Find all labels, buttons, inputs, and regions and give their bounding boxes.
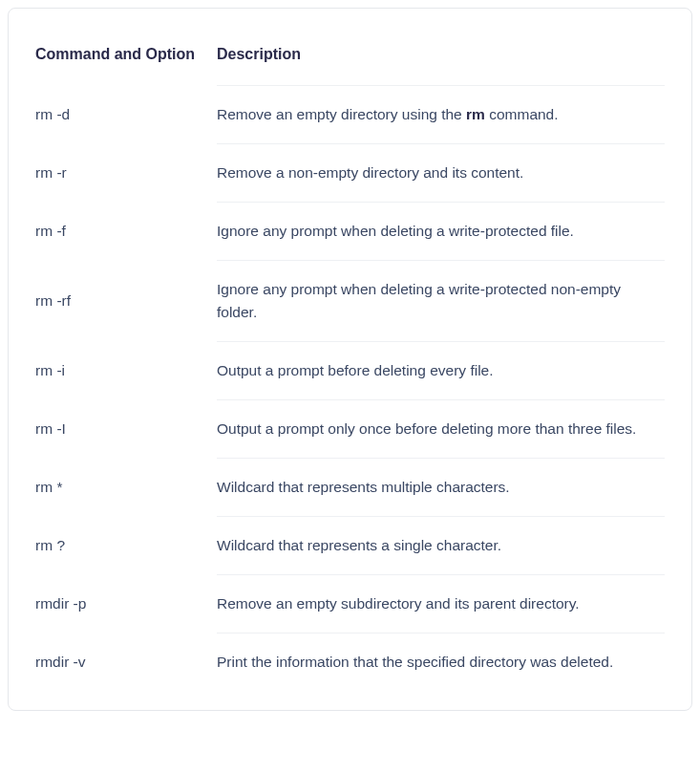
description-cell: Remove a non-empty directory and its con… bbox=[217, 144, 665, 203]
command-cell: rm -i bbox=[35, 342, 217, 400]
table-header-row: Command and Option Description bbox=[35, 32, 665, 86]
table-row: rmdir -pRemove an empty subdirectory and… bbox=[35, 575, 665, 633]
table-row: rm -dRemove an empty directory using the… bbox=[35, 86, 665, 144]
description-cell: Ignore any prompt when deleting a write-… bbox=[217, 203, 665, 261]
command-table: Command and Option Description rm -dRemo… bbox=[35, 32, 665, 691]
header-command: Command and Option bbox=[35, 32, 217, 86]
description-text: Remove an empty subdirectory and its par… bbox=[217, 595, 580, 612]
description-text: Ignore any prompt when deleting a write-… bbox=[217, 223, 574, 239]
description-bold: rm bbox=[466, 106, 485, 122]
header-description: Description bbox=[217, 32, 665, 86]
table-row: rm -IOutput a prompt only once before de… bbox=[35, 400, 665, 459]
description-text: Remove an empty directory using the bbox=[217, 106, 466, 122]
description-cell: Remove an empty subdirectory and its par… bbox=[217, 575, 665, 633]
description-cell: Output a prompt before deleting every fi… bbox=[217, 342, 665, 400]
command-cell: rm -I bbox=[35, 400, 217, 459]
description-text: Output a prompt before deleting every fi… bbox=[217, 362, 494, 378]
description-cell: Remove an empty directory using the rm c… bbox=[217, 86, 665, 144]
description-cell: Wildcard that represents a single charac… bbox=[217, 517, 665, 575]
description-text: Print the information that the specified… bbox=[217, 654, 613, 670]
command-cell: rm -r bbox=[35, 144, 217, 203]
table-row: rm -fIgnore any prompt when deleting a w… bbox=[35, 203, 665, 261]
description-cell: Wildcard that represents multiple charac… bbox=[217, 459, 665, 517]
description-cell: Output a prompt only once before deletin… bbox=[217, 400, 665, 459]
command-cell: rm ? bbox=[35, 517, 217, 575]
command-reference-card: Command and Option Description rm -dRemo… bbox=[8, 8, 692, 711]
description-cell: Ignore any prompt when deleting a write-… bbox=[217, 261, 665, 342]
table-row: rm ?Wildcard that represents a single ch… bbox=[35, 517, 665, 575]
command-cell: rmdir -p bbox=[35, 575, 217, 633]
description-text: Ignore any prompt when deleting a write-… bbox=[217, 281, 621, 320]
command-cell: rm -rf bbox=[35, 261, 217, 342]
table-row: rm *Wildcard that represents multiple ch… bbox=[35, 459, 665, 517]
description-text: Output a prompt only once before deletin… bbox=[217, 420, 636, 437]
table-row: rm -rRemove a non-empty directory and it… bbox=[35, 144, 665, 203]
description-text: Remove a non-empty directory and its con… bbox=[217, 164, 523, 181]
command-cell: rm * bbox=[35, 459, 217, 517]
description-text: Wildcard that represents multiple charac… bbox=[217, 479, 510, 495]
command-cell: rm -f bbox=[35, 203, 217, 261]
command-cell: rmdir -v bbox=[35, 633, 217, 692]
description-cell: Print the information that the specified… bbox=[217, 633, 665, 692]
table-row: rmdir -vPrint the information that the s… bbox=[35, 633, 665, 692]
command-cell: rm -d bbox=[35, 86, 217, 144]
description-text: Wildcard that represents a single charac… bbox=[217, 537, 501, 553]
table-row: rm -rfIgnore any prompt when deleting a … bbox=[35, 261, 665, 342]
table-row: rm -iOutput a prompt before deleting eve… bbox=[35, 342, 665, 400]
description-text-post: command. bbox=[485, 106, 559, 122]
